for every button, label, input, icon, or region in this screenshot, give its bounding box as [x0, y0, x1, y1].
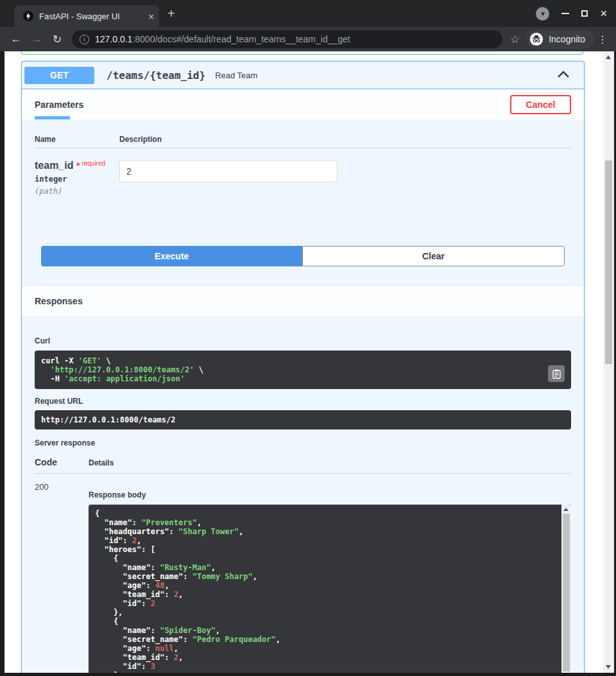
forward-button[interactable]: → [27, 33, 46, 46]
code-line: 'http://127.0.0.1:8000/teams/2' \ [41, 365, 543, 374]
page-scroll-up-icon[interactable] [606, 55, 611, 59]
browser-window: FastAPI - Swagger UI × + ▾ × ← → ↻ i 127… [0, 0, 616, 676]
code-line: curl -X 'GET' \ [41, 356, 543, 365]
clipboard-icon [552, 369, 561, 379]
code-line: "headquarters": "Sharp Tower", [95, 527, 555, 536]
copy-to-clipboard-button[interactable] [548, 365, 565, 382]
opblock-get-read-team: GET /teams/{team_id} Read Team Parameter… [21, 61, 585, 673]
incognito-icon [529, 32, 543, 46]
collapse-button[interactable] [554, 67, 572, 83]
browser-tab[interactable]: FastAPI - Swagger UI × [14, 5, 159, 27]
fastapi-favicon-icon [23, 11, 33, 21]
close-window-button[interactable]: × [600, 8, 607, 19]
response-body-label: Response body [89, 490, 146, 499]
previous-opblock-bottom-edge [21, 51, 583, 55]
code-line: }, [95, 608, 555, 617]
code-line: "heroes": [ [95, 545, 555, 554]
code-line: { [95, 509, 555, 518]
response-body-box: { "name": "Preventers", "headquarters": … [89, 505, 571, 673]
address-bar[interactable]: i 127.0.0.1:8000/docs#/default/read_team… [72, 30, 502, 48]
url-path: :8000/docs#/default/read_team_teams__tea… [132, 34, 350, 44]
tab-parameters[interactable]: Parameters [35, 100, 83, 110]
browser-menu-icon[interactable]: ⋮ [595, 33, 610, 46]
code-line: "team_id": 2, [95, 653, 555, 662]
code-line: "age": null, [95, 644, 555, 653]
url-host: 127.0.0.1 [95, 34, 132, 44]
page-scrollbar[interactable] [603, 51, 614, 673]
code-line: "secret_name": "Tommy Sharp", [95, 572, 555, 581]
response-body-scrollbar[interactable] [561, 505, 571, 673]
curl-command: curl -X 'GET' \ 'http://127.0.0.1:8000/t… [41, 356, 543, 383]
page-scroll-down-icon[interactable] [606, 665, 611, 669]
incognito-label: Incognito [549, 34, 585, 44]
back-button[interactable]: ← [6, 33, 26, 46]
column-description: Description [119, 135, 162, 144]
code-line: "age": 48, [95, 581, 555, 590]
code-line: "team_id": 2, [95, 590, 555, 599]
required-star: * [76, 160, 80, 171]
team-id-input[interactable] [119, 160, 338, 182]
code-line: "name": "Rusty-Man", [95, 563, 555, 572]
code-line: "id": 3 [95, 662, 555, 671]
new-tab-button[interactable]: + [167, 7, 175, 20]
column-name: Name [35, 135, 119, 144]
status-code: 200 [35, 482, 89, 673]
response-scrollbar-thumb[interactable] [563, 514, 570, 672]
parameters-tab-underline [35, 116, 70, 119]
column-code: Code [35, 457, 89, 467]
responses-section-header: Responses [22, 285, 584, 316]
clear-button[interactable]: Clear [302, 246, 565, 266]
request-url-box: http://127.0.0.1:8000/teams/2 [35, 410, 571, 429]
page-info-icon[interactable]: i [80, 35, 89, 44]
browser-toolbar: ← → ↻ i 127.0.0.1:8000/docs#/default/rea… [0, 27, 616, 51]
code-line: "secret_name": "Pedro Parqueador", [95, 635, 555, 644]
column-details: Details [89, 458, 114, 467]
response-body-json: { "name": "Preventers", "headquarters": … [95, 509, 555, 673]
execute-row: Execute Clear [41, 246, 565, 266]
browser-titlebar: FastAPI - Swagger UI × + ▾ × [0, 0, 616, 27]
curl-label: Curl [35, 336, 50, 345]
required-label: required [81, 160, 105, 167]
page-scrollbar-thumb[interactable] [605, 160, 612, 364]
code-line: -H 'accept: application/json' [41, 374, 543, 383]
tab-close-icon[interactable]: × [148, 12, 154, 21]
code-line: "name": "Preventers", [95, 518, 555, 527]
response-details: Response body { "name": "Preventers", "h… [89, 482, 571, 673]
opblock-header[interactable]: GET /teams/{team_id} Read Team [22, 62, 584, 89]
parameter-value-cell [119, 160, 338, 196]
code-line: "id": 2, [95, 536, 555, 545]
minimize-button[interactable] [561, 13, 569, 14]
parameters-body: Name Description team_id *required integ… [22, 119, 584, 285]
parameter-name: team_id *required [35, 160, 119, 171]
parameter-location: (path) [35, 187, 119, 196]
code-line: "name": "Spider-Boy", [95, 626, 555, 635]
responses-body: Curl curl -X 'GET' \ 'http://127.0.0.1:8… [22, 316, 584, 673]
swagger-page: GET /teams/{team_id} Read Team Parameter… [4, 51, 603, 673]
parameters-table-header: Name Description [35, 135, 571, 148]
code-line: }, [95, 671, 555, 673]
method-badge: GET [24, 67, 94, 84]
parameters-section-header: Parameters Cancel [22, 89, 584, 119]
code-line: { [95, 617, 555, 626]
parameter-meta: team_id *required integer (path) [35, 160, 119, 196]
incognito-badge: Incognito [526, 30, 594, 49]
responses-title: Responses [35, 296, 83, 306]
parameter-row: team_id *required integer (path) [35, 160, 571, 196]
cancel-button[interactable]: Cancel [510, 95, 571, 114]
execute-button[interactable]: Execute [41, 246, 302, 266]
response-table-header: Code Details [35, 457, 571, 474]
code-line: { [95, 554, 555, 563]
response-row: 200 Response body { "name": "Preventers"… [35, 482, 571, 673]
curl-command-box: curl -X 'GET' \ 'http://127.0.0.1:8000/t… [35, 351, 571, 389]
chevron-up-icon [557, 70, 570, 78]
tab-title: FastAPI - Swagger UI [39, 12, 146, 21]
maximize-button[interactable] [581, 10, 588, 17]
tab-search-button[interactable]: ▾ [536, 7, 549, 21]
endpoint-path: /teams/{team_id} [107, 69, 205, 82]
reload-button[interactable]: ↻ [47, 33, 67, 46]
bookmark-star-icon[interactable]: ☆ [510, 33, 520, 46]
scrollbar-up-icon[interactable] [563, 508, 569, 511]
code-line: "id": 2 [95, 599, 555, 608]
server-response-label: Server response [35, 438, 571, 447]
window-controls: ▾ × [536, 0, 616, 27]
